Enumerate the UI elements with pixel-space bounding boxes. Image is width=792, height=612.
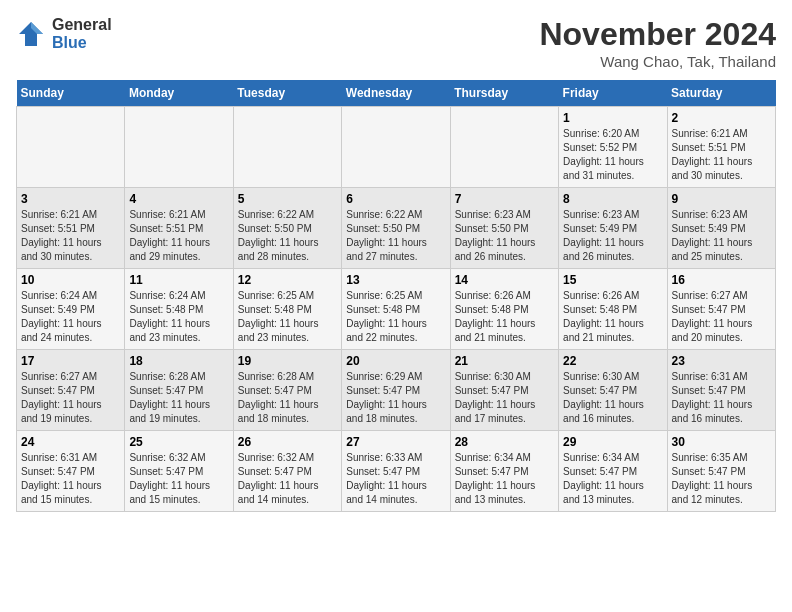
- day-of-week-header: Wednesday: [342, 80, 450, 107]
- day-number: 23: [672, 354, 771, 368]
- calendar-cell: 2Sunrise: 6:21 AMSunset: 5:51 PMDaylight…: [667, 107, 775, 188]
- calendar-week-row: 17Sunrise: 6:27 AMSunset: 5:47 PMDayligh…: [17, 350, 776, 431]
- calendar-week-row: 24Sunrise: 6:31 AMSunset: 5:47 PMDayligh…: [17, 431, 776, 512]
- day-info: Sunrise: 6:23 AMSunset: 5:49 PMDaylight:…: [672, 208, 771, 264]
- day-of-week-header: Thursday: [450, 80, 558, 107]
- day-number: 1: [563, 111, 662, 125]
- calendar-cell: 14Sunrise: 6:26 AMSunset: 5:48 PMDayligh…: [450, 269, 558, 350]
- day-number: 14: [455, 273, 554, 287]
- calendar-cell: 15Sunrise: 6:26 AMSunset: 5:48 PMDayligh…: [559, 269, 667, 350]
- day-number: 29: [563, 435, 662, 449]
- day-number: 16: [672, 273, 771, 287]
- calendar-header: SundayMondayTuesdayWednesdayThursdayFrid…: [17, 80, 776, 107]
- calendar-week-row: 3Sunrise: 6:21 AMSunset: 5:51 PMDaylight…: [17, 188, 776, 269]
- day-info: Sunrise: 6:30 AMSunset: 5:47 PMDaylight:…: [455, 370, 554, 426]
- day-info: Sunrise: 6:35 AMSunset: 5:47 PMDaylight:…: [672, 451, 771, 507]
- calendar-cell: [342, 107, 450, 188]
- calendar-cell: 13Sunrise: 6:25 AMSunset: 5:48 PMDayligh…: [342, 269, 450, 350]
- day-info: Sunrise: 6:27 AMSunset: 5:47 PMDaylight:…: [21, 370, 120, 426]
- day-info: Sunrise: 6:21 AMSunset: 5:51 PMDaylight:…: [21, 208, 120, 264]
- day-of-week-header: Friday: [559, 80, 667, 107]
- day-info: Sunrise: 6:31 AMSunset: 5:47 PMDaylight:…: [21, 451, 120, 507]
- day-number: 28: [455, 435, 554, 449]
- calendar-cell: 9Sunrise: 6:23 AMSunset: 5:49 PMDaylight…: [667, 188, 775, 269]
- logo-general-text: General: [52, 16, 112, 34]
- calendar-cell: 4Sunrise: 6:21 AMSunset: 5:51 PMDaylight…: [125, 188, 233, 269]
- calendar-cell: 30Sunrise: 6:35 AMSunset: 5:47 PMDayligh…: [667, 431, 775, 512]
- day-info: Sunrise: 6:30 AMSunset: 5:47 PMDaylight:…: [563, 370, 662, 426]
- calendar-cell: 11Sunrise: 6:24 AMSunset: 5:48 PMDayligh…: [125, 269, 233, 350]
- day-info: Sunrise: 6:25 AMSunset: 5:48 PMDaylight:…: [238, 289, 337, 345]
- calendar-cell: 23Sunrise: 6:31 AMSunset: 5:47 PMDayligh…: [667, 350, 775, 431]
- day-number: 12: [238, 273, 337, 287]
- day-number: 22: [563, 354, 662, 368]
- day-info: Sunrise: 6:28 AMSunset: 5:47 PMDaylight:…: [238, 370, 337, 426]
- title-block: November 2024 Wang Chao, Tak, Thailand: [539, 16, 776, 70]
- day-info: Sunrise: 6:34 AMSunset: 5:47 PMDaylight:…: [563, 451, 662, 507]
- day-of-week-header: Saturday: [667, 80, 775, 107]
- calendar-cell: 1Sunrise: 6:20 AMSunset: 5:52 PMDaylight…: [559, 107, 667, 188]
- day-info: Sunrise: 6:24 AMSunset: 5:49 PMDaylight:…: [21, 289, 120, 345]
- day-number: 8: [563, 192, 662, 206]
- calendar-week-row: 10Sunrise: 6:24 AMSunset: 5:49 PMDayligh…: [17, 269, 776, 350]
- day-info: Sunrise: 6:32 AMSunset: 5:47 PMDaylight:…: [238, 451, 337, 507]
- calendar-cell: 17Sunrise: 6:27 AMSunset: 5:47 PMDayligh…: [17, 350, 125, 431]
- day-info: Sunrise: 6:22 AMSunset: 5:50 PMDaylight:…: [346, 208, 445, 264]
- calendar-cell: 3Sunrise: 6:21 AMSunset: 5:51 PMDaylight…: [17, 188, 125, 269]
- day-info: Sunrise: 6:33 AMSunset: 5:47 PMDaylight:…: [346, 451, 445, 507]
- day-number: 5: [238, 192, 337, 206]
- calendar-cell: 28Sunrise: 6:34 AMSunset: 5:47 PMDayligh…: [450, 431, 558, 512]
- day-info: Sunrise: 6:21 AMSunset: 5:51 PMDaylight:…: [672, 127, 771, 183]
- day-number: 7: [455, 192, 554, 206]
- calendar-cell: 26Sunrise: 6:32 AMSunset: 5:47 PMDayligh…: [233, 431, 341, 512]
- day-info: Sunrise: 6:29 AMSunset: 5:47 PMDaylight:…: [346, 370, 445, 426]
- calendar-cell: 19Sunrise: 6:28 AMSunset: 5:47 PMDayligh…: [233, 350, 341, 431]
- day-info: Sunrise: 6:26 AMSunset: 5:48 PMDaylight:…: [455, 289, 554, 345]
- calendar-cell: [17, 107, 125, 188]
- day-info: Sunrise: 6:34 AMSunset: 5:47 PMDaylight:…: [455, 451, 554, 507]
- day-number: 19: [238, 354, 337, 368]
- calendar-cell: 25Sunrise: 6:32 AMSunset: 5:47 PMDayligh…: [125, 431, 233, 512]
- calendar-cell: 12Sunrise: 6:25 AMSunset: 5:48 PMDayligh…: [233, 269, 341, 350]
- calendar-table: SundayMondayTuesdayWednesdayThursdayFrid…: [16, 80, 776, 512]
- day-number: 4: [129, 192, 228, 206]
- day-number: 24: [21, 435, 120, 449]
- day-number: 26: [238, 435, 337, 449]
- calendar-cell: 24Sunrise: 6:31 AMSunset: 5:47 PMDayligh…: [17, 431, 125, 512]
- day-number: 6: [346, 192, 445, 206]
- logo-icon: [16, 19, 46, 49]
- calendar-cell: 27Sunrise: 6:33 AMSunset: 5:47 PMDayligh…: [342, 431, 450, 512]
- day-number: 25: [129, 435, 228, 449]
- calendar-cell: 22Sunrise: 6:30 AMSunset: 5:47 PMDayligh…: [559, 350, 667, 431]
- day-info: Sunrise: 6:23 AMSunset: 5:50 PMDaylight:…: [455, 208, 554, 264]
- day-of-week-header: Sunday: [17, 80, 125, 107]
- day-number: 9: [672, 192, 771, 206]
- day-number: 18: [129, 354, 228, 368]
- day-number: 10: [21, 273, 120, 287]
- calendar-body: 1Sunrise: 6:20 AMSunset: 5:52 PMDaylight…: [17, 107, 776, 512]
- day-info: Sunrise: 6:23 AMSunset: 5:49 PMDaylight:…: [563, 208, 662, 264]
- calendar-cell: [450, 107, 558, 188]
- logo: General Blue: [16, 16, 112, 51]
- logo-blue-text: Blue: [52, 34, 112, 52]
- page-header: General Blue November 2024 Wang Chao, Ta…: [16, 16, 776, 70]
- day-info: Sunrise: 6:20 AMSunset: 5:52 PMDaylight:…: [563, 127, 662, 183]
- day-info: Sunrise: 6:31 AMSunset: 5:47 PMDaylight:…: [672, 370, 771, 426]
- location: Wang Chao, Tak, Thailand: [539, 53, 776, 70]
- calendar-cell: 20Sunrise: 6:29 AMSunset: 5:47 PMDayligh…: [342, 350, 450, 431]
- day-number: 17: [21, 354, 120, 368]
- day-number: 30: [672, 435, 771, 449]
- day-number: 20: [346, 354, 445, 368]
- day-number: 2: [672, 111, 771, 125]
- calendar-cell: 10Sunrise: 6:24 AMSunset: 5:49 PMDayligh…: [17, 269, 125, 350]
- day-info: Sunrise: 6:27 AMSunset: 5:47 PMDaylight:…: [672, 289, 771, 345]
- day-number: 27: [346, 435, 445, 449]
- day-of-week-header: Tuesday: [233, 80, 341, 107]
- day-number: 3: [21, 192, 120, 206]
- calendar-cell: 7Sunrise: 6:23 AMSunset: 5:50 PMDaylight…: [450, 188, 558, 269]
- day-info: Sunrise: 6:25 AMSunset: 5:48 PMDaylight:…: [346, 289, 445, 345]
- day-of-week-header: Monday: [125, 80, 233, 107]
- day-info: Sunrise: 6:24 AMSunset: 5:48 PMDaylight:…: [129, 289, 228, 345]
- day-number: 13: [346, 273, 445, 287]
- day-info: Sunrise: 6:22 AMSunset: 5:50 PMDaylight:…: [238, 208, 337, 264]
